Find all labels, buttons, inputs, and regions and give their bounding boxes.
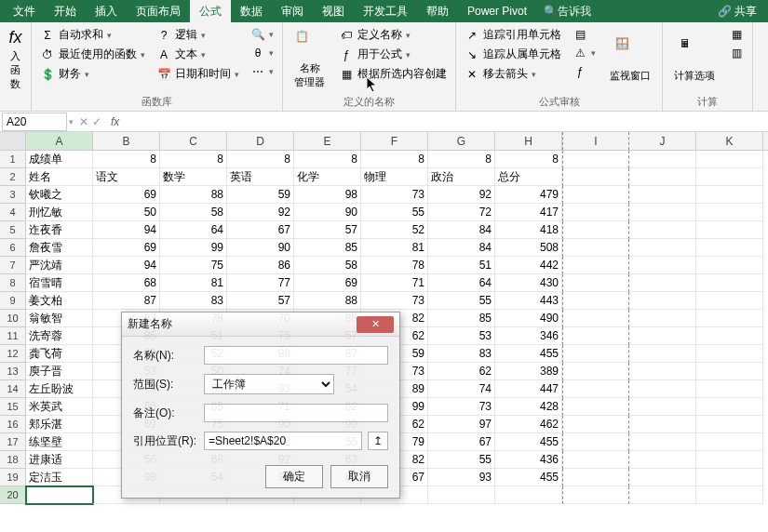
cell[interactable]: 物理 bbox=[361, 168, 428, 186]
cell[interactable]: 50 bbox=[93, 204, 160, 221]
col-header-E[interactable]: E bbox=[294, 132, 361, 150]
cell[interactable]: 郏乐湛 bbox=[26, 416, 93, 433]
cell[interactable]: 58 bbox=[160, 204, 227, 221]
use-in-formula-button[interactable]: ƒ用于公式▾ bbox=[336, 46, 450, 63]
cell[interactable]: 74 bbox=[428, 380, 495, 398]
cell[interactable]: 85 bbox=[294, 239, 361, 257]
cell[interactable] bbox=[562, 239, 629, 257]
cell[interactable] bbox=[696, 416, 763, 433]
cell[interactable]: 进康适 bbox=[26, 451, 93, 469]
cell[interactable]: 钦曦之 bbox=[26, 186, 93, 204]
cell[interactable] bbox=[629, 186, 696, 204]
recent-fn-button[interactable]: ⏱最近使用的函数▾ bbox=[37, 46, 148, 63]
cell[interactable] bbox=[696, 469, 763, 486]
cell[interactable]: 龚飞荷 bbox=[26, 345, 93, 363]
row-header[interactable]: 18 bbox=[0, 451, 26, 469]
cell[interactable] bbox=[629, 433, 696, 451]
cell[interactable]: 490 bbox=[495, 310, 562, 327]
cell[interactable]: 88 bbox=[160, 186, 227, 204]
cell[interactable]: 64 bbox=[428, 274, 495, 292]
cell[interactable]: 99 bbox=[160, 239, 227, 257]
cell[interactable]: 90 bbox=[294, 204, 361, 221]
row-header[interactable]: 8 bbox=[0, 274, 26, 292]
cell[interactable]: 73 bbox=[361, 292, 428, 310]
name-field-input[interactable] bbox=[204, 346, 388, 365]
col-header-D[interactable]: D bbox=[227, 132, 294, 150]
cell[interactable]: 姜文柏 bbox=[26, 292, 93, 310]
show-formulas-button[interactable]: ▤ bbox=[570, 26, 599, 43]
cell[interactable]: 83 bbox=[160, 292, 227, 310]
cell[interactable]: 69 bbox=[294, 274, 361, 292]
tab-help[interactable]: 帮助 bbox=[417, 0, 458, 23]
cell[interactable]: 88 bbox=[294, 292, 361, 310]
cell[interactable]: 詹夜雪 bbox=[26, 239, 93, 257]
lookup-button[interactable]: 🔍▾ bbox=[248, 26, 276, 43]
cell[interactable] bbox=[629, 398, 696, 416]
cell[interactable] bbox=[562, 433, 629, 451]
cell[interactable] bbox=[696, 204, 763, 221]
cell[interactable] bbox=[629, 204, 696, 221]
cell[interactable] bbox=[696, 186, 763, 204]
cell[interactable] bbox=[629, 469, 696, 486]
cell[interactable]: 8 bbox=[227, 151, 294, 168]
tell-me[interactable]: 🔍 告诉我 bbox=[544, 4, 591, 20]
cell[interactable] bbox=[562, 345, 629, 363]
cell[interactable]: 447 bbox=[495, 380, 562, 398]
cell[interactable]: 436 bbox=[495, 451, 562, 469]
row-header[interactable]: 1 bbox=[0, 151, 26, 168]
cell[interactable]: 数学 bbox=[160, 168, 227, 186]
cell[interactable] bbox=[629, 221, 696, 239]
cell[interactable]: 417 bbox=[495, 204, 562, 221]
cell[interactable]: 455 bbox=[495, 469, 562, 486]
cell[interactable]: 430 bbox=[495, 274, 562, 292]
calc-now-button[interactable]: ▦ bbox=[726, 26, 747, 43]
cell[interactable] bbox=[26, 486, 93, 504]
cell[interactable]: 94 bbox=[93, 257, 160, 274]
cell[interactable]: 94 bbox=[93, 221, 160, 239]
insert-function-button[interactable]: fx 入函数 bbox=[6, 26, 25, 93]
formula-input[interactable] bbox=[123, 113, 768, 130]
remove-arrows-button[interactable]: ✕移去箭头▾ bbox=[462, 65, 564, 83]
cell[interactable] bbox=[629, 257, 696, 274]
cell[interactable] bbox=[562, 398, 629, 416]
col-header-I[interactable]: I bbox=[562, 132, 629, 150]
row-header[interactable]: 17 bbox=[0, 433, 26, 451]
autosum-button[interactable]: Σ自动求和▾ bbox=[37, 26, 148, 44]
comment-input[interactable] bbox=[204, 404, 388, 422]
cell[interactable]: 左丘盼波 bbox=[26, 380, 93, 398]
cell[interactable] bbox=[696, 327, 763, 345]
cell[interactable] bbox=[428, 486, 495, 504]
cell[interactable]: 85 bbox=[428, 310, 495, 327]
tab-layout[interactable]: 页面布局 bbox=[127, 0, 190, 23]
cell[interactable]: 73 bbox=[361, 186, 428, 204]
cancel-fx-icon[interactable]: ✕ bbox=[79, 115, 88, 128]
cell[interactable]: 8 bbox=[495, 151, 562, 168]
cell[interactable]: 92 bbox=[227, 204, 294, 221]
cell[interactable]: 练坚壁 bbox=[26, 433, 93, 451]
cell[interactable] bbox=[562, 327, 629, 345]
share-button[interactable]: 🔗 共享 bbox=[710, 0, 764, 23]
cell[interactable] bbox=[629, 274, 696, 292]
tab-insert[interactable]: 插入 bbox=[86, 0, 127, 23]
cell[interactable]: 90 bbox=[227, 239, 294, 257]
cell[interactable]: 68 bbox=[93, 274, 160, 292]
cell[interactable] bbox=[562, 186, 629, 204]
cell[interactable] bbox=[629, 292, 696, 310]
cell[interactable]: 52 bbox=[361, 221, 428, 239]
cell[interactable]: 语文 bbox=[93, 168, 160, 186]
cell[interactable] bbox=[629, 239, 696, 257]
cell[interactable]: 总分 bbox=[495, 168, 562, 186]
cell[interactable]: 462 bbox=[495, 416, 562, 433]
cell[interactable] bbox=[629, 451, 696, 469]
row-header[interactable]: 2 bbox=[0, 168, 26, 186]
cell[interactable]: 86 bbox=[227, 257, 294, 274]
cell[interactable]: 55 bbox=[361, 204, 428, 221]
cell[interactable] bbox=[696, 221, 763, 239]
tab-file[interactable]: 文件 bbox=[4, 0, 45, 23]
watch-window-button[interactable]: 🪟 监视窗口 bbox=[604, 26, 656, 93]
cell[interactable]: 442 bbox=[495, 257, 562, 274]
cell[interactable] bbox=[562, 204, 629, 221]
cell[interactable]: 455 bbox=[495, 433, 562, 451]
cell[interactable]: 姓名 bbox=[26, 168, 93, 186]
cell[interactable] bbox=[562, 151, 629, 168]
